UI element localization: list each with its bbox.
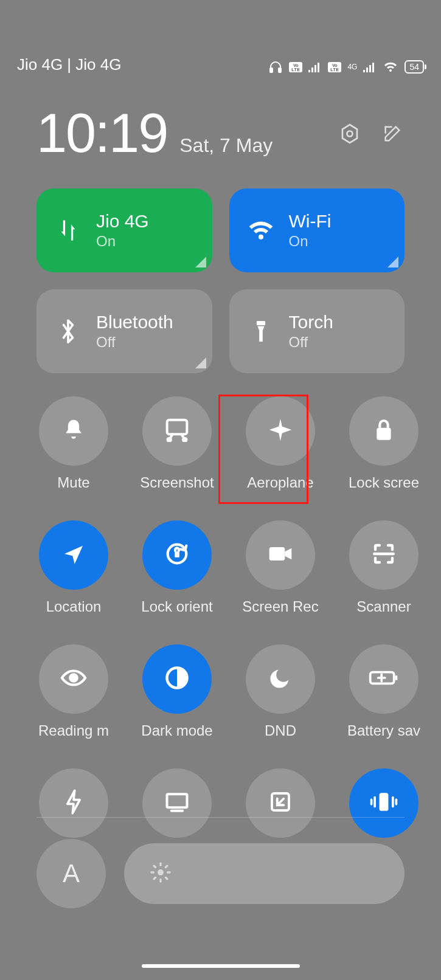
toggle-dnd-label: DND	[265, 722, 296, 739]
divider	[36, 817, 405, 818]
rotation-lock-icon	[163, 540, 191, 570]
wifi-status-icon	[383, 61, 398, 73]
sun-icon	[148, 860, 173, 887]
expand-triangle-icon	[387, 257, 398, 267]
network-type-label: 4G	[347, 63, 357, 71]
toggle-reading-mode[interactable]: Reading m	[34, 644, 113, 739]
clock-time: 10:19	[36, 102, 167, 165]
toggle-mute[interactable]: Mute	[34, 396, 113, 491]
toggle-screen-record[interactable]: Screen Rec	[241, 520, 320, 615]
tile-bluetooth-title: Bluetooth	[96, 312, 173, 333]
svg-point-20	[70, 674, 77, 682]
svg-rect-4	[314, 65, 316, 72]
svg-rect-19	[269, 547, 285, 561]
svg-rect-23	[395, 675, 398, 680]
lightning-icon	[63, 788, 85, 818]
svg-rect-6	[363, 70, 365, 72]
toggle-screenshot[interactable]: Screenshot	[137, 396, 217, 491]
bell-icon	[60, 416, 87, 446]
settings-button[interactable]	[338, 122, 362, 146]
toggle-lock-orientation[interactable]: Lock orient	[137, 520, 217, 615]
toggles-grid: Mute Screenshot Aeroplane Lock scree Loc…	[34, 396, 407, 838]
tile-bluetooth[interactable]: Bluetooth Off	[36, 289, 212, 373]
toggle-screenshot-label: Screenshot	[140, 474, 214, 491]
signal-icon-1	[308, 61, 322, 72]
edit-button[interactable]	[380, 122, 405, 146]
volte-icon-2: VoLTE	[328, 62, 341, 72]
toggle-cast[interactable]	[137, 768, 217, 838]
toggle-boost[interactable]	[34, 768, 113, 838]
svg-rect-26	[380, 793, 389, 811]
carrier-label: Jio 4G | Jio 4G	[17, 55, 122, 74]
tile-mobile-data[interactable]: Jio 4G On	[36, 188, 212, 272]
airplane-icon	[267, 416, 294, 446]
toggle-dark-mode-label: Dark mode	[141, 722, 212, 739]
toggle-location[interactable]: Location	[34, 520, 113, 615]
svg-marker-10	[342, 125, 357, 143]
tile-bluetooth-sub: Off	[96, 334, 173, 351]
svg-point-15	[183, 438, 186, 441]
svg-rect-18	[175, 551, 179, 557]
svg-rect-8	[369, 65, 371, 72]
signal-icon-2	[363, 61, 377, 72]
toggle-location-label: Location	[46, 598, 102, 615]
toggle-floating-window[interactable]	[241, 768, 320, 838]
expand-triangle-icon	[195, 257, 206, 267]
floating-window-icon	[268, 789, 293, 817]
scan-icon	[371, 541, 397, 569]
home-indicator[interactable]	[142, 964, 300, 968]
toggle-dnd[interactable]: DND	[241, 644, 320, 739]
svg-rect-5	[318, 63, 319, 72]
headphones-icon	[268, 60, 283, 74]
vibrate-icon	[368, 790, 400, 816]
panel-header: 10:19 Sat, 7 May	[36, 102, 405, 165]
brightness-row: A	[36, 839, 405, 908]
toggle-lock-orientation-label: Lock orient	[141, 598, 212, 615]
toggle-lockscreen-label: Lock scree	[349, 474, 419, 491]
svg-rect-7	[366, 67, 368, 72]
svg-point-11	[347, 131, 353, 136]
toggle-battery-saver[interactable]: Battery sav	[344, 644, 423, 739]
toggle-aeroplane[interactable]: Aeroplane	[241, 396, 320, 491]
svg-rect-1	[279, 68, 281, 72]
status-icons: VoLTE VoLTE 4G 54	[268, 60, 424, 74]
moon-icon	[268, 666, 293, 692]
mobile-data-icon	[54, 216, 83, 244]
toggle-vibrate[interactable]	[344, 768, 423, 838]
tile-wifi-sub: On	[289, 233, 332, 250]
expand-triangle-icon	[195, 357, 206, 368]
eye-icon	[60, 668, 88, 690]
toggle-lockscreen[interactable]: Lock scree	[344, 396, 423, 491]
tile-mobile-data-sub: On	[96, 233, 149, 250]
auto-brightness-button[interactable]: A	[36, 839, 106, 908]
tile-torch-title: Torch	[289, 312, 333, 333]
svg-rect-12	[256, 321, 265, 325]
status-bar: Jio 4G | Jio 4G VoLTE VoLTE 4G 54	[0, 0, 441, 85]
volte-icon-1: VoLTE	[289, 62, 302, 72]
clock-date: Sat, 7 May	[179, 134, 273, 157]
brightness-slider[interactable]	[124, 843, 405, 904]
svg-point-27	[158, 869, 164, 875]
svg-rect-24	[167, 794, 187, 807]
tile-torch[interactable]: Torch Off	[229, 289, 405, 373]
tile-mobile-data-title: Jio 4G	[96, 211, 149, 232]
svg-rect-2	[308, 70, 310, 72]
tile-wifi[interactable]: Wi-Fi On	[229, 188, 405, 272]
location-arrow-icon	[61, 542, 86, 568]
toggle-dark-mode[interactable]: Dark mode	[137, 644, 217, 739]
big-tiles-grid: Jio 4G On Wi-Fi On Bluetooth Off Torch O…	[36, 188, 405, 373]
monitor-icon	[164, 790, 190, 816]
toggle-scanner[interactable]: Scanner	[344, 520, 423, 615]
toggle-battery-saver-label: Battery sav	[347, 722, 420, 739]
lock-icon	[372, 416, 396, 446]
torch-icon	[246, 317, 276, 345]
toggle-screen-record-label: Screen Rec	[242, 598, 318, 615]
svg-rect-9	[372, 63, 374, 72]
toggle-reading-mode-label: Reading m	[38, 722, 109, 739]
svg-point-14	[168, 438, 171, 441]
toggle-scanner-label: Scanner	[356, 598, 411, 615]
bluetooth-icon	[54, 317, 83, 345]
svg-rect-16	[377, 428, 391, 440]
toggle-mute-label: Mute	[57, 474, 89, 491]
video-icon	[267, 543, 294, 567]
